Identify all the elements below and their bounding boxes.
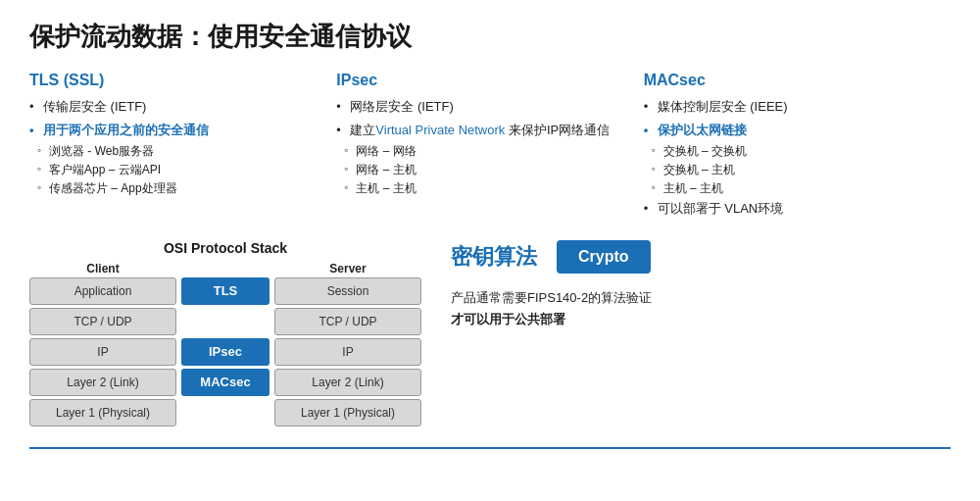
- ipsec-sub-3: 主机 – 主机: [336, 180, 633, 197]
- tls-sub-2: 客户端App – 云端API: [29, 162, 326, 178]
- macsec-column: MACsec 媒体控制层安全 (IEEE) 保护以太网链接 交换机 – 交换机 …: [644, 72, 951, 223]
- macsec-bullet-vlan: 可以部署于 VLAN环境: [644, 199, 941, 219]
- osi-row-1: TCP / UDP TCP / UDP: [29, 308, 421, 335]
- osi-macsec-bar: MACsec: [181, 369, 270, 396]
- osi-diagram: OSI Protocol Stack Client Server Applica…: [29, 240, 421, 429]
- osi-row-0: Application TLS Session: [29, 277, 421, 305]
- bottom-section: OSI Protocol Stack Client Server Applica…: [29, 240, 951, 429]
- tls-sub-1: 浏览器 - Web服务器: [29, 143, 326, 160]
- ipsec-column: IPsec 网络层安全 (IETF) 建立Virtual Private Net…: [336, 72, 643, 223]
- crypto-desc-line1: 产品通常需要FIPS140-2的算法验证: [451, 290, 652, 305]
- osi-client-application: Application: [29, 277, 176, 305]
- osi-client-ip: IP: [29, 338, 176, 366]
- tls-sub-list: 浏览器 - Web服务器 客户端App – 云端API 传感器芯片 – App处…: [29, 143, 326, 197]
- ipsec-sub-1: 网络 – 网络: [336, 143, 633, 160]
- macsec-sub-list: 交换机 – 交换机 交换机 – 主机 主机 – 主机: [644, 143, 941, 197]
- macsec-bullet-2: 保护以太网链接: [644, 121, 941, 140]
- ipsec-bullet-2-suffix: 来保护IP网络通信: [505, 123, 610, 137]
- crypto-heading: 密钥算法: [451, 242, 537, 272]
- osi-row-2: IP IPsec IP: [29, 338, 421, 366]
- osi-tls-bar: TLS: [181, 277, 270, 305]
- top-section: TLS (SSL) 传输层安全 (IETF) 用于两个应用之前的安全通信 浏览器…: [29, 72, 951, 223]
- macsec-bullet-1: 媒体控制层安全 (IEEE): [644, 97, 941, 117]
- ipsec-bullet-1: 网络层安全 (IETF): [336, 97, 633, 117]
- osi-server-tcp: TCP / UDP: [274, 308, 421, 335]
- ipsec-sub-2: 网络 – 主机: [336, 162, 633, 178]
- ipsec-bullet-2-prefix: 建立: [350, 123, 375, 137]
- tls-list: 传输层安全 (IETF) 用于两个应用之前的安全通信 浏览器 - Web服务器 …: [29, 97, 326, 197]
- osi-server-header: Server: [274, 262, 421, 276]
- macsec-sub-2: 交换机 – 主机: [644, 162, 941, 178]
- tls-sub-3: 传感器芯片 – App处理器: [29, 180, 326, 197]
- osi-client-tcp: TCP / UDP: [29, 308, 176, 335]
- tls-heading: TLS (SSL): [29, 72, 326, 89]
- osi-client-l2: Layer 2 (Link): [29, 369, 176, 396]
- ipsec-heading: IPsec: [336, 72, 633, 89]
- osi-middle-2: IPsec: [176, 338, 274, 366]
- osi-server-l2: Layer 2 (Link): [274, 369, 421, 396]
- ipsec-list: 网络层安全 (IETF) 建立Virtual Private Network 来…: [336, 97, 633, 197]
- macsec-sub-1: 交换机 – 交换机: [644, 143, 941, 160]
- macsec-list: 媒体控制层安全 (IEEE) 保护以太网链接 交换机 – 交换机 交换机 – 主…: [644, 97, 941, 219]
- osi-row-3: Layer 2 (Link) MACsec Layer 2 (Link): [29, 369, 421, 396]
- osi-middle-0: TLS: [176, 277, 274, 305]
- tls-bullet-1: 传输层安全 (IETF): [29, 97, 326, 117]
- tls-bullet-2: 用于两个应用之前的安全通信: [29, 121, 326, 140]
- osi-client-header: Client: [29, 262, 176, 276]
- osi-server-l1: Layer 1 (Physical): [274, 399, 421, 426]
- osi-server-ip: IP: [274, 338, 421, 366]
- page-title: 保护流动数据：使用安全通信协议: [29, 20, 951, 54]
- osi-server-session: Session: [274, 277, 421, 305]
- ipsec-vpn-link: Virtual Private Network: [375, 123, 505, 137]
- osi-client-l1: Layer 1 (Physical): [29, 399, 176, 426]
- macsec-sub-3: 主机 – 主机: [644, 180, 941, 197]
- crypto-desc-line2: 才可以用于公共部署: [451, 312, 565, 326]
- macsec-heading: MACsec: [644, 72, 941, 89]
- ipsec-bullet-2: 建立Virtual Private Network 来保护IP网络通信: [336, 121, 633, 140]
- osi-headers: Client Server: [29, 262, 421, 276]
- ipsec-sub-list: 网络 – 网络 网络 – 主机 主机 – 主机: [336, 143, 633, 197]
- tls-column: TLS (SSL) 传输层安全 (IETF) 用于两个应用之前的安全通信 浏览器…: [29, 72, 336, 223]
- osi-middle-3: MACsec: [176, 369, 274, 396]
- crypto-button[interactable]: Crypto: [557, 240, 651, 274]
- crypto-description: 产品通常需要FIPS140-2的算法验证 才可以用于公共部署: [451, 287, 951, 330]
- osi-row-4: Layer 1 (Physical) Layer 1 (Physical): [29, 399, 421, 426]
- osi-title: OSI Protocol Stack: [29, 240, 421, 256]
- crypto-section: 密钥算法 Crypto 产品通常需要FIPS140-2的算法验证 才可以用于公共…: [421, 240, 951, 330]
- crypto-header-row: 密钥算法 Crypto: [451, 240, 951, 274]
- osi-ipsec-bar: IPsec: [181, 338, 270, 366]
- page-bottom-border: [29, 447, 951, 449]
